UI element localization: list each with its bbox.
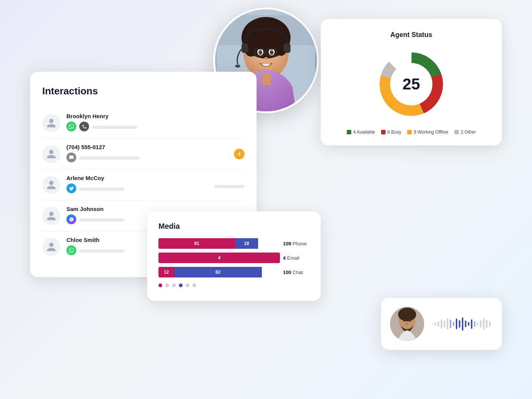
dot-2[interactable] <box>172 283 176 287</box>
item-name-2: Arlene McCoy <box>66 175 244 181</box>
avatar-0 <box>42 114 60 132</box>
dot-5[interactable] <box>192 283 196 287</box>
placeholder-bar-3 <box>79 219 125 222</box>
avatar-2 <box>42 176 60 194</box>
avatar-1 <box>42 145 60 163</box>
legend-dot-other <box>454 130 459 134</box>
dot-3[interactable] <box>179 283 183 287</box>
whatsapp-icon-0 <box>66 122 76 131</box>
media-card: Media 91 18 109 Phone 4 4 Email 12 82 10… <box>147 211 321 301</box>
item-name-1: (704) 555-0127 <box>66 144 244 150</box>
placeholder-bar-0 <box>92 126 137 129</box>
messenger-icon-3 <box>66 214 76 224</box>
badge-count-1: 4 <box>234 149 244 159</box>
media-row-chat: 12 82 100 Chat <box>158 267 309 277</box>
svg-point-28 <box>409 319 411 322</box>
avatar-3 <box>42 207 60 225</box>
item-name-0: Brooklyn Henry <box>66 113 244 119</box>
svg-point-13 <box>264 57 268 60</box>
twitter-icon-2 <box>66 183 76 193</box>
bar-email-magenta: 4 <box>158 253 280 263</box>
media-label-chat: 100 Chat <box>283 270 309 275</box>
item-content-1: (704) 555-0127 <box>66 144 244 164</box>
bar-wrap-email: 4 <box>158 253 280 263</box>
legend-label-other: 2 Other <box>461 129 476 135</box>
interactions-title: Interactions <box>42 85 244 97</box>
interaction-item-1[interactable]: (704) 555-0127 4 <box>42 139 244 169</box>
legend-other: 2 Other <box>454 129 476 135</box>
item-icons-1 <box>66 153 244 162</box>
interaction-item-0[interactable]: Brooklyn Henry <box>42 108 244 139</box>
bar-wrap-chat: 12 82 <box>158 267 280 277</box>
agent-status-legend: 4 Available 6 Busy 9 Working Offline 2 O… <box>334 129 488 135</box>
placeholder-bar-1 <box>79 157 140 160</box>
agent-status-title: Agent Status <box>334 31 488 39</box>
svg-point-26 <box>398 308 416 321</box>
agent-audio-card <box>381 298 502 350</box>
legend-label-available: 4 Available <box>353 129 375 135</box>
legend-label-offline: 9 Working Offline <box>414 129 448 135</box>
donut-number: 25 <box>403 75 420 93</box>
legend-dot-busy <box>381 130 386 134</box>
placeholder-bar-2 <box>79 188 125 191</box>
media-label-email: 4 Email <box>283 255 309 261</box>
legend-busy: 6 Busy <box>381 129 401 135</box>
svg-point-9 <box>270 50 274 55</box>
bar-phone-magenta: 91 <box>158 238 235 249</box>
whatsapp-icon-4 <box>66 245 76 255</box>
dot-0[interactable] <box>158 283 162 287</box>
bar-wrap-phone: 91 18 <box>158 238 280 249</box>
legend-dot-offline <box>407 130 412 134</box>
media-title: Media <box>158 222 309 231</box>
media-row-email: 4 4 Email <box>158 253 309 263</box>
placeholder-right-2 <box>214 185 244 188</box>
bar-chat-blue: 82 <box>174 267 262 277</box>
agent-photo <box>390 307 424 341</box>
avatar-4 <box>42 238 60 256</box>
item-icons-0 <box>66 122 244 131</box>
bar-phone-blue: 18 <box>235 238 258 249</box>
legend-label-busy: 6 Busy <box>387 129 401 135</box>
dot-1[interactable] <box>165 283 169 287</box>
placeholder-bar-4 <box>79 250 125 253</box>
audio-wave <box>432 314 490 333</box>
svg-rect-15 <box>284 43 291 53</box>
legend-available: 4 Available <box>347 129 375 135</box>
legend-working-offline: 9 Working Offline <box>407 129 448 135</box>
svg-point-8 <box>258 50 262 55</box>
svg-point-27 <box>403 319 406 322</box>
interaction-item-2[interactable]: Arlene McCoy <box>42 169 244 200</box>
phone-icon-0 <box>79 122 89 131</box>
donut-chart-container: .donut-seg { transition: opacity 0.2s; }… <box>374 46 449 122</box>
pagination-dots <box>158 283 309 287</box>
item-content-0: Brooklyn Henry <box>66 113 244 133</box>
svg-point-29 <box>406 323 408 325</box>
svg-point-16 <box>235 65 240 68</box>
svg-rect-17 <box>261 74 271 85</box>
media-row-phone: 91 18 109 Phone <box>158 238 309 249</box>
chat-icon-1 <box>66 153 76 162</box>
media-label-phone: 109 Phone <box>283 241 309 246</box>
legend-dot-available <box>347 130 351 134</box>
scene: Interactions Brooklyn Henry <box>0 0 532 399</box>
svg-rect-14 <box>241 43 248 53</box>
bar-chat-magenta: 12 <box>158 267 174 277</box>
agent-status-card: Agent Status .donut-seg { transition: op… <box>321 19 502 145</box>
dot-4[interactable] <box>186 283 189 287</box>
